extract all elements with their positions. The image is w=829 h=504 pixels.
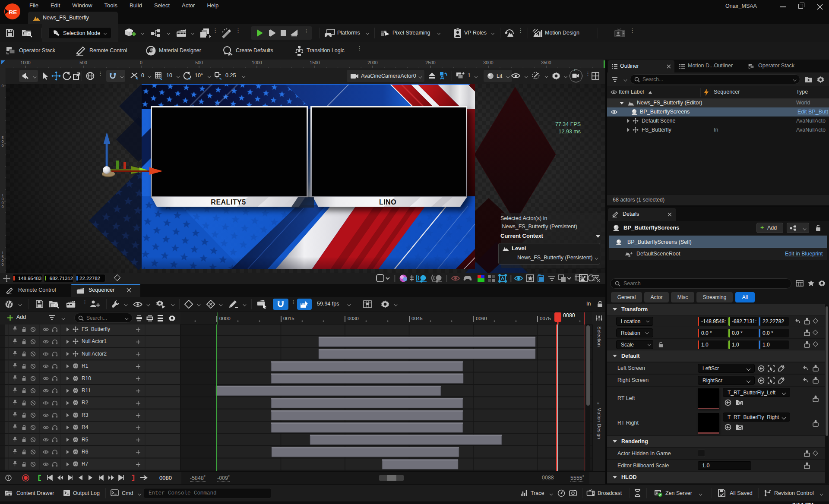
svg-text:REALITY5: REALITY5: [211, 198, 246, 206]
svg-text:0: 0: [1, 205, 3, 209]
svg-text:RE: RE: [9, 9, 17, 16]
svg-text:0045: 0045: [411, 316, 423, 321]
svg-text:0075: 0075: [540, 316, 551, 321]
svg-text:2000: 2000: [367, 60, 378, 65]
svg-text:1000: 1000: [20, 60, 31, 65]
svg-text:0060: 0060: [476, 316, 487, 321]
svg-text:0: 0: [1, 262, 3, 267]
svg-text:0030: 0030: [348, 316, 359, 321]
svg-text:3000: 3000: [483, 60, 494, 65]
svg-text:1500: 1500: [310, 60, 320, 65]
svg-text:0015: 0015: [283, 316, 294, 321]
svg-text:0000: 0000: [219, 316, 231, 321]
svg-text:LINO: LINO: [379, 198, 396, 206]
svg-text:3500: 3500: [541, 60, 551, 65]
svg-text:0: 0: [1, 84, 3, 88]
svg-text:500: 500: [195, 60, 203, 65]
svg-text:0: 0: [140, 60, 142, 65]
svg-text:1000: 1000: [252, 60, 262, 65]
svg-text:500: 500: [79, 60, 87, 65]
svg-text:0: 0: [1, 143, 3, 148]
svg-text:0080: 0080: [563, 312, 575, 318]
svg-text:2500: 2500: [425, 60, 436, 65]
